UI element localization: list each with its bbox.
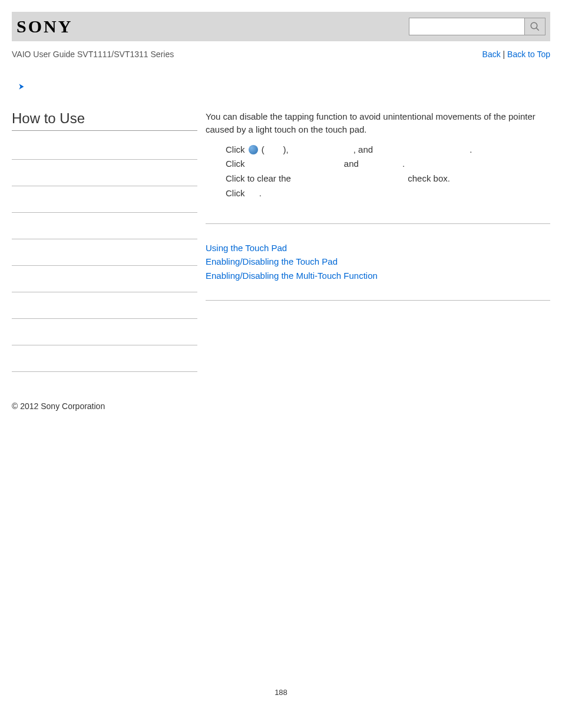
- text: Click to clear the: [226, 173, 293, 183]
- sidebar-item[interactable]: [12, 213, 197, 239]
- text: and: [342, 159, 361, 169]
- divider: [206, 300, 550, 301]
- sidebar-item[interactable]: [12, 266, 197, 292]
- step-3: Click to clear the check box.: [226, 172, 550, 185]
- step-2: Click and .: [226, 157, 550, 170]
- related-link-enable-touch-pad[interactable]: Enabling/Disabling the Touch Pad: [206, 255, 550, 268]
- search-button[interactable]: [524, 18, 545, 35]
- svg-point-0: [531, 22, 537, 29]
- divider: [206, 223, 550, 224]
- text: Click: [226, 188, 247, 198]
- svg-line-1: [536, 28, 539, 31]
- text: Click: [226, 144, 247, 154]
- sidebar-heading: How to Use: [12, 110, 197, 131]
- steps-list: Click (Start),, and . Click and . Click …: [226, 143, 550, 200]
- text: (: [259, 144, 265, 154]
- sidebar-item[interactable]: [12, 319, 197, 345]
- text: ),: [283, 144, 289, 154]
- text: , and: [353, 144, 376, 154]
- sidebar: How to Use: [12, 110, 197, 372]
- separator: |: [501, 50, 507, 59]
- text: Click: [226, 159, 247, 169]
- search-icon: [530, 21, 540, 32]
- copyright: © 2012 Sony Corporation: [12, 401, 550, 411]
- main-content: You can disable the tapping function to …: [197, 110, 550, 372]
- text: .: [470, 144, 472, 154]
- sidebar-item[interactable]: [12, 345, 197, 372]
- page-number: 188: [0, 688, 562, 697]
- top-bar: SONY: [12, 12, 550, 41]
- sidebar-item[interactable]: [12, 133, 197, 160]
- text: check box.: [405, 173, 450, 183]
- search-container: [409, 18, 546, 35]
- sub-header: VAIO User Guide SVT1111/SVT1311 Series B…: [12, 50, 550, 59]
- search-input[interactable]: [409, 18, 524, 35]
- step-1: Click (Start),, and .: [226, 143, 550, 156]
- related-link-multi-touch[interactable]: Enabling/Disabling the Multi-Touch Funct…: [206, 269, 550, 282]
- nav-links: Back | Back to Top: [482, 50, 550, 59]
- sony-logo: SONY: [16, 17, 72, 37]
- guide-title: VAIO User Guide SVT1111/SVT1311 Series: [12, 50, 174, 59]
- sidebar-item[interactable]: [12, 239, 197, 266]
- intro-text: You can disable the tapping function to …: [206, 110, 550, 136]
- back-link[interactable]: Back: [482, 50, 501, 59]
- sidebar-item[interactable]: [12, 160, 197, 186]
- windows-start-icon: [249, 145, 258, 154]
- sidebar-item[interactable]: [12, 292, 197, 319]
- sidebar-item[interactable]: [12, 186, 197, 213]
- step-4: Click .: [226, 187, 550, 200]
- text: .: [259, 188, 262, 198]
- back-to-top-link[interactable]: Back to Top: [507, 50, 550, 59]
- text: .: [402, 159, 405, 169]
- related-links: Using the Touch Pad Enabling/Disabling t…: [206, 242, 550, 282]
- breadcrumb-arrow-icon[interactable]: [18, 83, 562, 93]
- related-link-touch-pad[interactable]: Using the Touch Pad: [206, 242, 550, 255]
